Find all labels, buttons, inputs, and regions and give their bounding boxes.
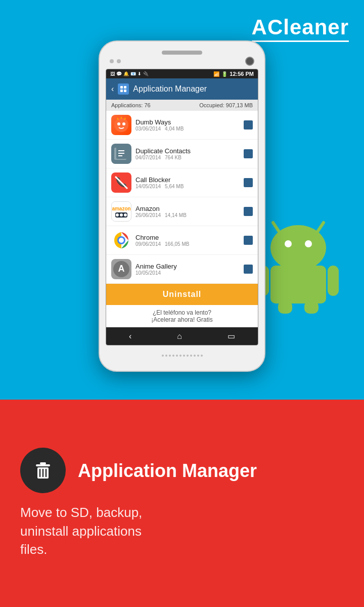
sub-header: Applications: 76 Occupied: 907,13 MB bbox=[106, 100, 258, 111]
svg-rect-9 bbox=[304, 301, 318, 314]
battery-icon: 🔋 bbox=[221, 71, 228, 77]
phone-camera bbox=[245, 57, 254, 66]
app-bar: ‹ Application Manager bbox=[106, 78, 258, 100]
app-checkbox[interactable] bbox=[244, 265, 253, 274]
app-size: 764 KB bbox=[165, 155, 181, 160]
svg-rect-39 bbox=[36, 464, 50, 466]
list-item[interactable]: amazon Amazon 26/06/2014 14,14 MB bbox=[106, 197, 258, 226]
svg-rect-5 bbox=[270, 266, 326, 304]
acleaner-logo: ACleaner bbox=[252, 15, 349, 42]
status-bar: 🖼💬🔔📧⬇🔌 📶 🔋 12:56 PM bbox=[106, 69, 258, 78]
app-checkbox[interactable] bbox=[244, 149, 253, 158]
svg-rect-40 bbox=[40, 462, 46, 464]
trash-icon bbox=[31, 458, 55, 483]
app-checkbox[interactable] bbox=[244, 236, 253, 245]
app-checkbox[interactable] bbox=[244, 207, 253, 216]
svg-point-2 bbox=[270, 225, 326, 271]
ad-line-1: ¿El teléfono va lento? bbox=[111, 309, 253, 316]
list-item[interactable]: Dumb Ways 03/06/2014 4,04 MB bbox=[106, 111, 258, 140]
status-icons-left: 🖼💬🔔📧⬇🔌 bbox=[110, 71, 149, 76]
app-bar-title: Application Manager bbox=[133, 84, 207, 94]
svg-rect-13 bbox=[124, 90, 126, 92]
app-size: 4,04 MB bbox=[165, 126, 184, 132]
app-checkbox[interactable] bbox=[244, 178, 253, 187]
app-list: Dumb Ways 03/06/2014 4,04 MB bbox=[106, 111, 258, 284]
app-date: 14/05/2014 bbox=[135, 184, 161, 189]
apps-count: Applications: 76 bbox=[111, 102, 151, 108]
phone-top-row bbox=[106, 57, 258, 66]
app-size: 166,05 MB bbox=[165, 241, 189, 247]
bottom-section: Application Manager Move to SD, backup,u… bbox=[0, 400, 364, 607]
occupied-space: Occupied: 907,13 MB bbox=[199, 102, 253, 108]
app-bar-icon bbox=[118, 83, 129, 95]
svg-point-15 bbox=[117, 122, 120, 125]
app-icon-duplicate bbox=[111, 144, 131, 164]
trash-circle bbox=[20, 448, 66, 493]
svg-point-14 bbox=[114, 118, 128, 132]
svg-point-3 bbox=[285, 240, 292, 247]
app-info: Call Blocker 14/05/2014 5,64 MB bbox=[135, 176, 240, 189]
svg-point-4 bbox=[305, 240, 312, 247]
bottom-title: Application Manager bbox=[78, 461, 257, 481]
ad-banner: ¿El teléfono va lento? ¡Acelerar ahora! … bbox=[106, 305, 258, 327]
nav-back-button[interactable]: ‹ bbox=[129, 332, 131, 341]
app-info: Anime Gallery 10/05/2014 bbox=[135, 263, 240, 276]
app-name: Dumb Ways bbox=[135, 118, 240, 126]
svg-point-32 bbox=[120, 213, 123, 216]
app-size: 14,14 MB bbox=[165, 212, 187, 218]
list-item[interactable]: A Anime Gallery 10/05/2014 bbox=[106, 255, 258, 284]
wifi-icon: 📶 bbox=[213, 71, 219, 77]
app-icon-dumb-ways bbox=[111, 115, 131, 135]
list-item[interactable]: Duplicate Contacts 04/07/2014 764 KB bbox=[106, 140, 258, 168]
app-icon-amazon: amazon bbox=[111, 201, 131, 222]
app-name: Amazon bbox=[135, 205, 240, 212]
bottom-header: Application Manager bbox=[20, 448, 344, 493]
app-date: 10/05/2014 bbox=[135, 270, 161, 276]
app-date: 26/06/2014 bbox=[135, 212, 161, 218]
svg-rect-11 bbox=[124, 86, 126, 89]
svg-rect-7 bbox=[328, 266, 339, 296]
app-size: 5,64 MB bbox=[165, 184, 184, 189]
svg-rect-12 bbox=[120, 90, 123, 92]
phone-speaker bbox=[162, 51, 202, 55]
app-info: Duplicate Contacts 04/07/2014 764 KB bbox=[135, 147, 240, 160]
phone-screen: 🖼💬🔔📧⬇🔌 📶 🔋 12:56 PM ‹ bbox=[106, 69, 258, 345]
app-info: Dumb Ways 03/06/2014 4,04 MB bbox=[135, 118, 240, 132]
svg-rect-28 bbox=[112, 202, 130, 221]
uninstall-button[interactable]: Uninstall bbox=[106, 284, 258, 305]
app-date: 04/07/2014 bbox=[135, 155, 161, 160]
app-name: Duplicate Contacts bbox=[135, 147, 240, 155]
bottom-content: Application Manager Move to SD, backup,u… bbox=[20, 448, 344, 558]
back-button[interactable]: ‹ bbox=[111, 84, 114, 94]
app-info: Amazon 26/06/2014 14,14 MB bbox=[135, 205, 240, 218]
nav-bar: ‹ ⌂ ▭ bbox=[106, 327, 258, 345]
list-item[interactable]: 📞 Call Blocker 14/05/2014 5,64 MB bbox=[106, 168, 258, 197]
phone: 🖼💬🔔📧⬇🔌 📶 🔋 12:56 PM ‹ bbox=[99, 40, 265, 372]
svg-point-36 bbox=[119, 238, 124, 243]
app-date: 03/06/2014 bbox=[135, 126, 161, 132]
svg-rect-8 bbox=[278, 301, 292, 314]
phone-grille bbox=[111, 355, 253, 357]
app-checkbox[interactable] bbox=[244, 120, 253, 129]
bottom-subtitle: Move to SD, backup,uninstall application… bbox=[20, 503, 344, 558]
status-time: 12:56 PM bbox=[230, 71, 254, 77]
svg-point-16 bbox=[122, 122, 125, 125]
nav-recent-button[interactable]: ▭ bbox=[228, 331, 235, 341]
app-name: Anime Gallery bbox=[135, 263, 240, 270]
ad-line-2: ¡Acelerar ahora! Gratis bbox=[111, 316, 253, 323]
phone-bottom bbox=[106, 345, 258, 362]
phone-dot-2 bbox=[117, 59, 121, 63]
app-info: Chrome 09/06/2014 166,05 MB bbox=[135, 234, 240, 247]
svg-point-33 bbox=[124, 213, 127, 216]
svg-text:amazon: amazon bbox=[112, 206, 130, 211]
nav-home-button[interactable]: ⌂ bbox=[177, 332, 182, 341]
app-icon-anime: A bbox=[111, 259, 131, 279]
list-item[interactable]: Chrome 09/06/2014 166,05 MB bbox=[106, 226, 258, 255]
phone-dot-1 bbox=[110, 59, 114, 63]
svg-rect-10 bbox=[120, 86, 123, 89]
app-icon-chrome bbox=[111, 230, 131, 250]
app-name: Call Blocker bbox=[135, 176, 240, 184]
svg-text:A: A bbox=[118, 264, 125, 274]
app-date: 09/06/2014 bbox=[135, 241, 161, 247]
svg-point-31 bbox=[116, 213, 119, 216]
